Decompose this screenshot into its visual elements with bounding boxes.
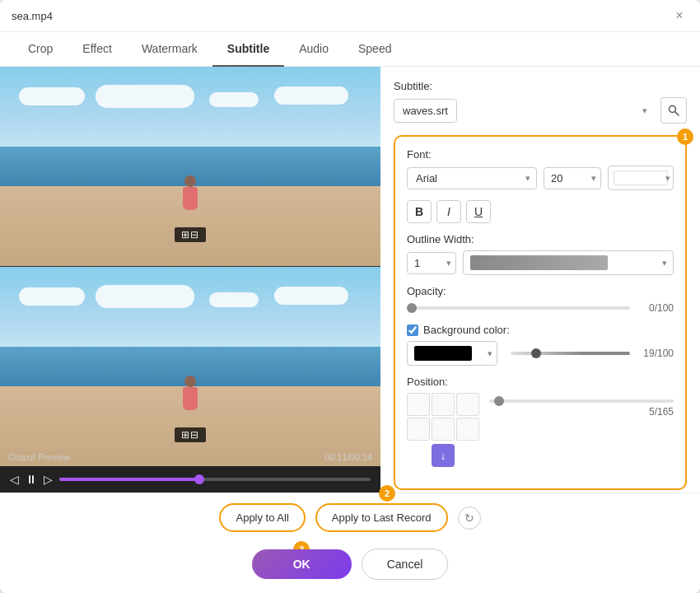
position-down-button[interactable]: ↓ — [432, 444, 455, 467]
pause-button[interactable]: ⏸ — [26, 473, 37, 486]
main-content: ⊞⊟ — [0, 67, 700, 493]
underline-button[interactable]: U — [466, 200, 491, 223]
bg-color-row: Background color: — [407, 324, 674, 336]
person-body-bottom — [183, 387, 198, 410]
tab-watermark[interactable]: Watermark — [127, 32, 212, 67]
video-top: ⊞⊟ — [0, 67, 380, 266]
bg-color-label: Background color: — [423, 324, 510, 336]
position-slider[interactable] — [489, 399, 674, 403]
output-time: 00:11/00:14 — [324, 452, 372, 462]
style-row: B I U — [407, 200, 674, 223]
subtitle-overlay-bottom: ⊞⊟ — [175, 427, 206, 442]
apply-to-last-record-button[interactable]: Apply to Last Record — [315, 503, 448, 532]
bg-color-checkbox[interactable] — [407, 325, 418, 336]
opacity-slider-row: 0/100 — [407, 302, 674, 314]
person-head-bottom — [184, 376, 196, 387]
bg-color-swatch — [414, 346, 472, 361]
figure-bottom — [183, 376, 198, 410]
position-slider-area: 5/165 — [489, 393, 674, 418]
cloud-2 — [96, 85, 194, 108]
main-window: sea.mp4 × Crop Effect Watermark Subtitle… — [0, 0, 700, 593]
position-grid-container: ↓ — [407, 393, 479, 467]
outline-color-swatch — [470, 255, 608, 270]
person-body-top — [183, 187, 198, 210]
title-bar: sea.mp4 × — [0, 0, 700, 32]
window-title: sea.mp4 — [12, 10, 53, 22]
bg-color-wrapper — [407, 341, 497, 366]
bg-opacity-value: 19/100 — [637, 348, 674, 359]
subtitle-select[interactable]: waves.srt — [394, 99, 457, 123]
playback-bar: ◁ ⏸ ▷ — [0, 466, 380, 493]
cancel-button[interactable]: Cancel — [362, 549, 449, 580]
bg-color-checkbox-label[interactable]: Background color: — [407, 324, 510, 336]
close-button[interactable]: × — [670, 7, 688, 25]
svg-line-1 — [675, 112, 679, 116]
outline-select-wrapper: 1 — [407, 252, 456, 274]
tab-effect[interactable]: Effect — [68, 32, 127, 67]
font-row: Arial 20 — [407, 166, 674, 190]
bold-button[interactable]: B — [407, 200, 432, 223]
progress-track[interactable] — [59, 478, 371, 481]
font-section: Font: Arial 20 — [407, 148, 674, 190]
cloud-b-2 — [96, 285, 194, 308]
opacity-slider[interactable] — [407, 306, 630, 310]
tab-subtitle[interactable]: Subtitle — [212, 32, 284, 67]
video-preview-bottom: ⊞⊟ Output Preview 00:11/00:14 — [0, 267, 380, 466]
font-select-wrapper: Arial — [407, 167, 537, 189]
output-label: Output Preview — [8, 452, 70, 462]
position-value: 5/165 — [489, 406, 674, 418]
step-badge-1: 1 — [677, 128, 693, 145]
outline-row: 1 — [407, 250, 674, 275]
position-label: Position: — [407, 376, 674, 388]
size-select-wrapper: 20 — [544, 167, 601, 189]
pos-cell-tr[interactable] — [456, 393, 479, 416]
next-button[interactable]: ▷ — [44, 473, 53, 486]
subtitle-label: Subtitle: — [394, 80, 687, 92]
font-color-swatch — [614, 170, 668, 185]
search-icon — [667, 104, 680, 117]
subtitle-section: Subtitle: waves.srt — [394, 80, 687, 124]
pos-cell-mr[interactable] — [456, 418, 479, 441]
bg-color-button[interactable] — [407, 341, 497, 366]
italic-button[interactable]: I — [436, 200, 461, 223]
pos-cell-mc[interactable] — [432, 418, 455, 441]
outline-select[interactable]: 1 — [407, 252, 456, 274]
position-grid — [407, 393, 479, 441]
subtitle-overlay-top: ⊞⊟ — [175, 227, 206, 242]
ok-button[interactable]: OK — [252, 549, 352, 579]
cloud-b-1 — [19, 287, 85, 306]
subtitle-select-wrapper: waves.srt — [394, 99, 654, 123]
font-size-select[interactable]: 20 — [544, 167, 601, 189]
font-select[interactable]: Arial — [407, 167, 537, 189]
font-label: Font: — [407, 148, 674, 161]
cloud-1 — [19, 87, 85, 105]
outline-section: Outline Width: 1 — [407, 233, 674, 275]
pos-cell-ml[interactable] — [407, 418, 430, 441]
clouds — [0, 82, 380, 133]
video-area: ⊞⊟ — [0, 67, 380, 466]
bg-opacity-slider[interactable] — [511, 352, 630, 355]
position-content: ↓ 5/165 — [407, 393, 674, 467]
pos-cell-tl[interactable] — [407, 393, 430, 416]
prev-button[interactable]: ◁ — [10, 473, 19, 486]
tab-audio[interactable]: Audio — [284, 32, 343, 67]
tab-crop[interactable]: Crop — [13, 32, 68, 67]
refresh-button[interactable]: ↻ — [458, 507, 481, 530]
outline-color-wrapper — [463, 250, 674, 275]
subtitle-row: waves.srt — [394, 97, 687, 124]
search-subtitle-button[interactable] — [660, 97, 687, 124]
cloud-b-4 — [274, 287, 348, 305]
tab-speed[interactable]: Speed — [343, 32, 406, 67]
pos-cell-tc[interactable] — [432, 393, 455, 416]
apply-to-all-button[interactable]: Apply to All — [219, 503, 305, 532]
cloud-3 — [209, 92, 259, 107]
outline-label: Outline Width: — [407, 233, 674, 245]
cloud-b-3 — [209, 292, 259, 307]
left-panel: ⊞⊟ — [0, 67, 380, 493]
font-color-button[interactable] — [608, 166, 674, 190]
bottom-area: 2 Apply to All Apply to Last Record ↻ 3 … — [0, 493, 700, 593]
progress-fill — [59, 478, 199, 481]
ok-button-wrapper: 3 OK — [252, 549, 352, 579]
outline-color-button[interactable] — [463, 250, 674, 275]
bottom-actions: 2 Apply to All Apply to Last Record ↻ — [0, 493, 700, 542]
